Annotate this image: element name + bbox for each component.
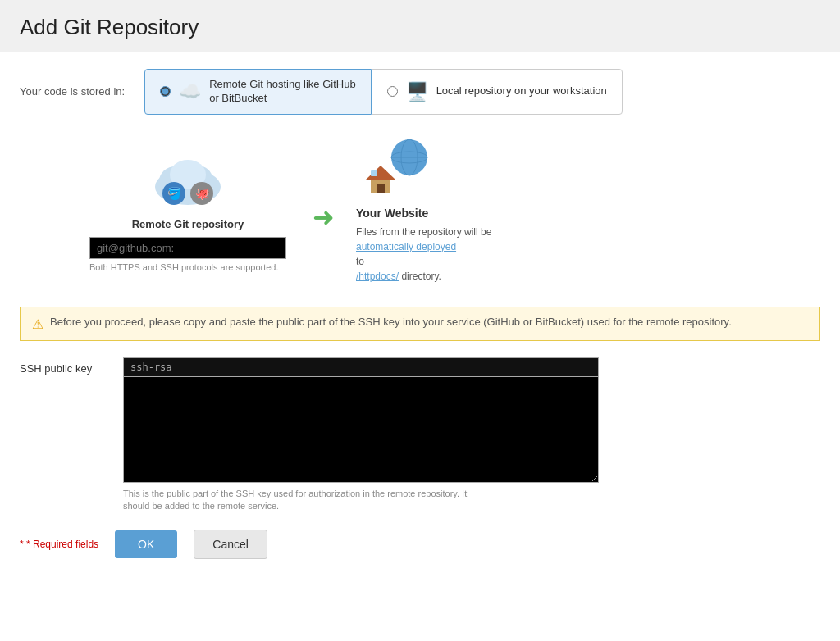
ok-button[interactable]: OK xyxy=(115,530,177,558)
warning-bar: ⚠ Before you proceed, please copy and pa… xyxy=(20,307,820,341)
bitbucket-icon: 🪣 xyxy=(162,182,185,205)
deploy-arrow-icon: ➜ xyxy=(313,202,335,233)
svg-marker-9 xyxy=(366,166,395,180)
ssh-first-line: ssh-rsa xyxy=(123,357,599,376)
cloud-icon: ☁️ xyxy=(179,81,201,102)
radio-option-local[interactable]: 🖥️ Local repository on your workstation xyxy=(372,69,623,115)
radio-local[interactable] xyxy=(387,86,398,97)
radio-option-remote[interactable]: ☁️ Remote Git hosting like GitHubor BitB… xyxy=(144,69,371,115)
repo-url-input[interactable] xyxy=(89,237,286,259)
radio-local-label: Local repository on your workstation xyxy=(436,84,607,98)
website-section: Your Website Files from the repository w… xyxy=(356,134,536,284)
website-label: Your Website xyxy=(356,207,428,220)
warning-text: Before you proceed, please copy and past… xyxy=(50,316,732,328)
ssh-public-key-textarea[interactable] xyxy=(123,376,599,483)
auto-deploy-link[interactable]: automatically deployed xyxy=(356,241,456,252)
svg-rect-10 xyxy=(377,184,385,193)
form-footer: * * Required fields OK Cancel xyxy=(20,530,820,559)
remote-repo-label: Remote Git repository xyxy=(132,218,244,230)
monitor-icon: 🖥️ xyxy=(406,81,428,102)
page-title: Add Git Repository xyxy=(20,15,820,40)
deployment-diagram: 🪣 🐙 Remote Git repository Both HTTPS and… xyxy=(20,134,820,284)
svg-rect-11 xyxy=(371,170,377,176)
warning-icon: ⚠ xyxy=(32,316,43,332)
github-icon: 🐙 xyxy=(190,182,213,205)
radio-remote[interactable] xyxy=(160,86,171,97)
code-storage-options: ☁️ Remote Git hosting like GitHubor BitB… xyxy=(144,69,623,115)
website-description: Files from the repository will be automa… xyxy=(356,225,491,284)
cloud-illustration: 🪣 🐙 xyxy=(147,146,229,211)
ssh-key-label: SSH public key xyxy=(20,357,110,375)
remote-repo-section: 🪣 🐙 Remote Git repository Both HTTPS and… xyxy=(85,146,290,272)
arrow-section: ➜ xyxy=(290,185,356,233)
stored-in-label: Your code is stored in: xyxy=(20,85,125,98)
required-fields-label: * * Required fields xyxy=(20,539,98,550)
cancel-button[interactable]: Cancel xyxy=(194,530,267,559)
httpdocs-link[interactable]: /httpdocs/ xyxy=(356,270,399,282)
ssh-hint: This is the public part of the SSH key u… xyxy=(123,488,599,513)
ssh-key-row: SSH public key ssh-rsa This is the publi… xyxy=(20,357,820,513)
ssh-textarea-section: ssh-rsa This is the public part of the S… xyxy=(123,357,599,513)
radio-remote-label: Remote Git hosting like GitHubor BitBuck… xyxy=(209,78,355,106)
repo-input-hint: Both HTTPS and SSH protocols are support… xyxy=(89,262,286,272)
website-illustration xyxy=(356,134,430,200)
